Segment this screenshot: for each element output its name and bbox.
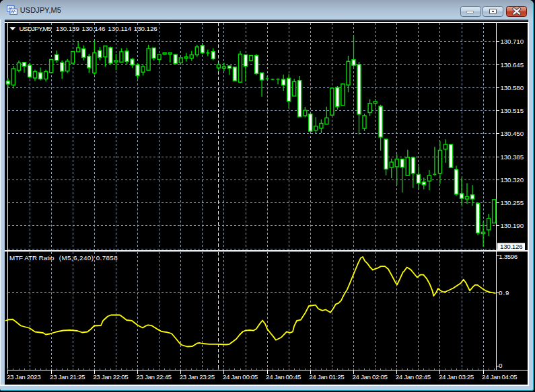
svg-text:1.3596: 1.3596 bbox=[499, 253, 518, 260]
svg-text:0.9: 0.9 bbox=[499, 289, 509, 297]
svg-text:130.710: 130.710 bbox=[500, 38, 524, 45]
svg-text:24 Jan 02:45: 24 Jan 02:45 bbox=[396, 373, 431, 381]
svg-text:130.114: 130.114 bbox=[108, 25, 132, 32]
svg-text:130.320: 130.320 bbox=[500, 176, 524, 184]
svg-text:MTF ATR Ratio: MTF ATR Ratio bbox=[9, 254, 55, 262]
svg-text:24 Jan 00:05: 24 Jan 00:05 bbox=[223, 373, 258, 381]
svg-text:24 Jan 00:45: 24 Jan 00:45 bbox=[266, 373, 301, 381]
svg-text:23 Jan 23:25: 23 Jan 23:25 bbox=[180, 373, 215, 381]
svg-text:23 Jan 2023: 23 Jan 2023 bbox=[7, 373, 41, 381]
svg-text:130.126: 130.126 bbox=[134, 25, 158, 32]
svg-text:23 Jan 22:45: 23 Jan 22:45 bbox=[137, 373, 172, 381]
svg-text:0: 0 bbox=[499, 362, 503, 369]
svg-text:130.385: 130.385 bbox=[500, 153, 524, 161]
svg-text:130.645: 130.645 bbox=[500, 61, 524, 69]
svg-text:130.190: 130.190 bbox=[500, 222, 524, 229]
svg-text:24 Jan 04:05: 24 Jan 04:05 bbox=[482, 373, 518, 381]
svg-text:24 Jan 01:25: 24 Jan 01:25 bbox=[309, 373, 345, 381]
svg-text:23 Jan 22:05: 23 Jan 22:05 bbox=[93, 373, 129, 381]
svg-text:24 Jan 03:25: 24 Jan 03:25 bbox=[439, 373, 474, 381]
svg-text:130.139: 130.139 bbox=[56, 25, 79, 32]
svg-text:130.515: 130.515 bbox=[500, 107, 524, 114]
svg-text:130.450: 130.450 bbox=[500, 130, 524, 137]
svg-text:130.580: 130.580 bbox=[500, 84, 524, 91]
svg-text:(M5,6,240): (M5,6,240) bbox=[59, 254, 94, 262]
svg-text:130.126: 130.126 bbox=[500, 243, 523, 250]
svg-text:USDJPY,M5: USDJPY,M5 bbox=[20, 25, 52, 32]
svg-text:24 Jan 02:05: 24 Jan 02:05 bbox=[353, 373, 388, 381]
svg-text:0.7858: 0.7858 bbox=[96, 254, 118, 262]
svg-text:23 Jan 21:25: 23 Jan 21:25 bbox=[50, 373, 85, 381]
svg-text:130.146: 130.146 bbox=[82, 25, 106, 32]
svg-text:130.255: 130.255 bbox=[500, 199, 524, 206]
